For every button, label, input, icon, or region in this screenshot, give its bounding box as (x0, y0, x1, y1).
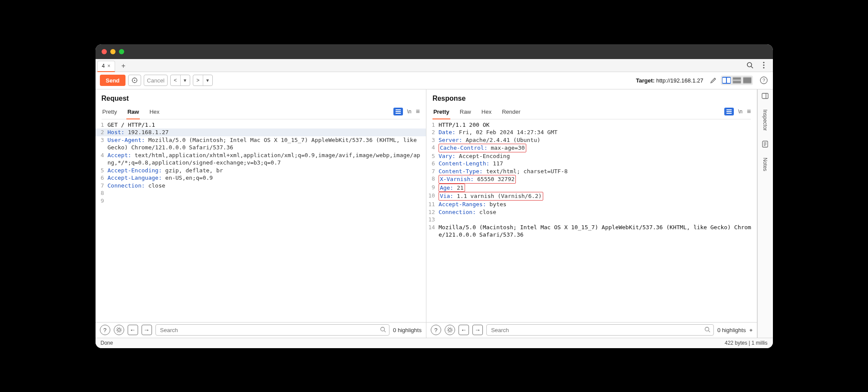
editor-line[interactable]: 1GET / HTTP/1.1 (96, 121, 426, 129)
layout-single-button[interactable] (743, 77, 752, 84)
global-search-icon[interactable] (745, 60, 755, 70)
editor-line[interactable]: 10Via: 1.1 varnish (Varnish/6.2) (426, 192, 757, 201)
request-subtabs: Pretty Raw Hex \n ≡ (102, 107, 420, 119)
response-help-button[interactable]: ? (431, 325, 441, 335)
request-search-prev-button[interactable]: ← (128, 325, 138, 335)
response-title: Response (432, 95, 751, 102)
inspector-label[interactable]: Inspector (762, 108, 768, 132)
line-number: 1 (96, 121, 108, 129)
request-search-input[interactable] (155, 324, 390, 336)
editor-line[interactable]: 1HTTP/1.1 200 OK (426, 121, 757, 129)
editor-line[interactable]: 4Accept: text/html,application/xhtml+xml… (96, 152, 426, 167)
editor-line[interactable]: 14Mozilla/5.0 (Macintosh; Intel Mac OS X… (426, 224, 757, 239)
request-search-next-button[interactable]: → (142, 325, 152, 335)
editor-line[interactable]: 13 (426, 216, 757, 224)
notes-label[interactable]: Notes (762, 156, 768, 173)
response-search-prev-button[interactable]: ← (459, 325, 469, 335)
line-content: Age: 21 (439, 184, 757, 192)
layout-columns-button[interactable] (722, 77, 731, 84)
request-actions-icon[interactable] (393, 108, 403, 115)
svg-point-19 (705, 327, 709, 331)
window-close-button[interactable] (102, 49, 107, 54)
action-toolbar: Send Cancel < ▾ > ▾ Target: http://192.1… (96, 72, 773, 89)
history-forward-dropdown[interactable]: ▾ (203, 75, 212, 86)
editor-line[interactable]: 8X-Varnish: 65550 32792 (426, 175, 757, 184)
send-button[interactable]: Send (100, 75, 126, 86)
response-search-next-button[interactable]: → (472, 325, 483, 335)
response-subtabs: Pretty Raw Hex Render \n ≡ (432, 107, 751, 119)
tab-close-icon[interactable]: × (107, 63, 110, 69)
window-minimize-button[interactable] (110, 49, 116, 54)
line-content: Accept-Language: en-US,en;q=0.9 (108, 174, 426, 182)
response-hamburger-icon[interactable]: ≡ (747, 108, 751, 115)
request-help-button[interactable]: ? (100, 325, 110, 335)
editor-line[interactable]: 5Accept-Encoding: gzip, deflate, br (96, 167, 426, 175)
editor-line[interactable]: 6Content-Length: 117 (426, 160, 757, 168)
svg-point-17 (449, 329, 451, 331)
response-newline-toggle[interactable]: \n (738, 109, 743, 115)
editor-line[interactable]: 2Date: Fri, 02 Feb 2024 14:27:34 GMT (426, 128, 757, 136)
editor-line[interactable]: 5Vary: Accept-Encoding (426, 152, 757, 160)
editor-line[interactable]: 7Content-Type: text/html; charset=UTF-8 (426, 168, 757, 175)
request-hamburger-icon[interactable]: ≡ (416, 108, 420, 115)
response-tab-raw[interactable]: Raw (459, 107, 472, 119)
help-icon[interactable]: ? (759, 76, 769, 85)
editor-line[interactable]: 8 (96, 189, 426, 197)
request-tab-raw[interactable]: Raw (126, 107, 140, 119)
line-content: Host: 192.168.1.27 (108, 128, 426, 136)
target-display: Target: http://192.168.1.27 (636, 77, 703, 84)
request-pane: Request Pretty Raw Hex \n ≡ 1GET / HTTP/… (96, 89, 426, 338)
history-back-button[interactable]: < (171, 75, 180, 86)
layout-rows-button[interactable] (733, 77, 741, 84)
response-search-input[interactable] (486, 324, 714, 336)
response-tab-pretty[interactable]: Pretty (432, 107, 450, 119)
repeater-tab[interactable]: 4 × (97, 61, 116, 72)
editor-line[interactable]: 3Server: Apache/2.4.41 (Ubuntu) (426, 136, 757, 144)
inspector-rail-icon[interactable] (761, 92, 769, 100)
line-number: 10 (426, 192, 439, 201)
line-content: Connection: close (108, 182, 426, 190)
line-content: Server: Apache/2.4.41 (Ubuntu) (439, 136, 757, 144)
line-number: 8 (96, 189, 108, 197)
search-icon[interactable] (704, 326, 710, 333)
svg-rect-21 (762, 93, 768, 99)
notes-rail-icon[interactable] (761, 140, 769, 148)
editor-line[interactable]: 6Accept-Language: en-US,en;q=0.9 (96, 174, 426, 182)
editor-line[interactable]: 11Accept-Ranges: bytes (426, 201, 757, 208)
line-content: GET / HTTP/1.1 (108, 121, 426, 129)
editor-line[interactable]: 9Age: 21 (426, 184, 757, 192)
request-newline-toggle[interactable]: \n (407, 109, 412, 115)
editor-line[interactable]: 3User-Agent: Mozilla/5.0 (Macintosh; Int… (96, 136, 426, 152)
response-actions-icon[interactable] (724, 108, 734, 115)
svg-point-6 (134, 80, 135, 81)
response-settings-button[interactable] (445, 325, 455, 335)
editor-line[interactable]: 4Cache-Control: max-age=30 (426, 144, 757, 152)
kebab-menu-icon[interactable] (759, 60, 769, 70)
window-maximize-button[interactable] (119, 49, 124, 54)
response-tab-render[interactable]: Render (501, 107, 521, 119)
edit-target-icon[interactable] (709, 76, 718, 85)
editor-line[interactable]: 2Host: 192.168.1.27 (96, 128, 426, 136)
response-tab-hex[interactable]: Hex (481, 107, 492, 119)
request-settings-button[interactable] (114, 325, 124, 335)
cancel-button[interactable]: Cancel (144, 75, 167, 86)
svg-line-16 (384, 331, 386, 333)
editor-line[interactable]: 7Connection: close (96, 182, 426, 190)
history-forward-button[interactable]: > (193, 75, 203, 86)
history-back-dropdown[interactable]: ▾ (180, 75, 190, 86)
history-fwd-group: > ▾ (193, 75, 213, 86)
new-tab-button[interactable]: + (118, 60, 129, 72)
editor-line[interactable]: 12Connection: close (426, 208, 757, 216)
request-editor[interactable]: 1GET / HTTP/1.12Host: 192.168.1.273User-… (96, 119, 426, 322)
line-number: 4 (426, 144, 439, 152)
window-titlebar (96, 44, 773, 59)
request-tab-pretty[interactable]: Pretty (102, 107, 118, 119)
response-pane: Response Pretty Raw Hex Render \n ≡ 1HTT… (426, 89, 757, 338)
editor-line[interactable]: 9 (96, 197, 426, 205)
search-icon[interactable] (380, 326, 386, 333)
request-tab-hex[interactable]: Hex (149, 107, 160, 119)
side-rail: Inspector Notes (757, 89, 772, 338)
send-options-button[interactable] (128, 75, 141, 86)
response-editor[interactable]: 1HTTP/1.1 200 OK2Date: Fri, 02 Feb 2024 … (426, 119, 757, 322)
status-bar: Done 422 bytes | 1 millis (96, 338, 773, 348)
